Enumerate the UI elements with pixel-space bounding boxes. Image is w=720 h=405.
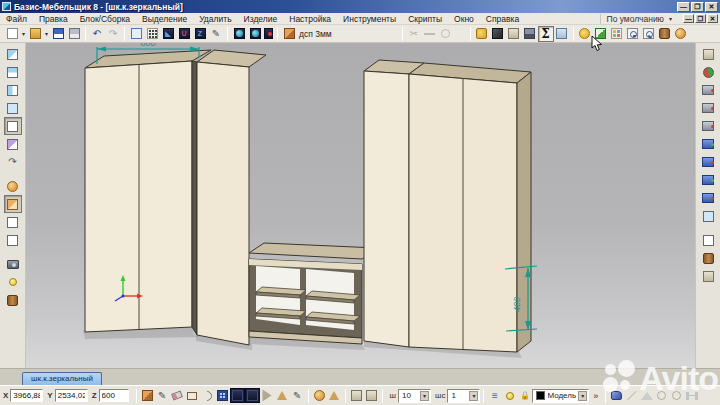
menu-block-assembly[interactable]: Блок/Сборка (74, 14, 136, 24)
layers-button[interactable]: ≡ (487, 388, 502, 403)
panel-tool-front-button[interactable] (4, 45, 22, 63)
wardrobe-right-group[interactable] (364, 60, 531, 352)
pan-view-button[interactable] (247, 26, 263, 42)
group-block-button[interactable] (4, 135, 22, 153)
materials-library-button[interactable] (4, 291, 22, 309)
palette-button[interactable] (609, 26, 625, 42)
eraser-button[interactable] (170, 388, 185, 403)
layer-lock-button[interactable]: 🔒 (517, 388, 532, 403)
minimize-button[interactable]: — (677, 2, 690, 12)
save-all-button[interactable] (66, 26, 82, 42)
mdi-restore-button[interactable]: ❐ (695, 14, 706, 23)
replace-hardware-button[interactable] (699, 63, 717, 81)
panel-tool-side-button[interactable] (4, 81, 22, 99)
redo-button[interactable]: ↷ (105, 26, 121, 42)
menu-delete[interactable]: Удалить (193, 14, 237, 24)
menu-product[interactable]: Изделие (238, 14, 284, 24)
rectangle-button[interactable] (185, 388, 200, 403)
hardware-box-button[interactable] (699, 231, 717, 249)
sphere-button[interactable] (312, 388, 327, 403)
maximize-button[interactable]: ❐ (691, 2, 704, 12)
box-tool-button[interactable] (506, 26, 522, 42)
zoom-button[interactable] (641, 26, 657, 42)
material-button[interactable] (281, 26, 297, 42)
circle-tool-button[interactable] (438, 26, 454, 42)
panel-tool-top-button[interactable] (4, 63, 22, 81)
mdi-close-button[interactable]: ✕ (707, 14, 718, 23)
edit-mode-button[interactable] (593, 26, 609, 42)
new-file-dropdown[interactable]: ▾ (20, 30, 27, 37)
solid-mode-button[interactable] (4, 195, 22, 213)
dashed-line-button[interactable] (422, 26, 438, 42)
minifix-tool-button[interactable] (699, 117, 717, 135)
menu-edit[interactable]: Правка (33, 14, 74, 24)
pan-hand-status-button[interactable] (609, 388, 624, 403)
edit-block-button[interactable] (4, 117, 22, 135)
grid-toggle-button[interactable] (144, 26, 160, 42)
tv-stand[interactable] (249, 243, 377, 344)
overflow-chevron[interactable]: » (593, 391, 598, 401)
fastener-blue-3-button[interactable] (699, 171, 717, 189)
sketch-button[interactable]: ✎ (290, 388, 305, 403)
walkthrough-button[interactable] (554, 26, 570, 42)
hardware-misc-button[interactable] (699, 267, 717, 285)
close-button[interactable]: ✕ (705, 2, 718, 12)
hardware-panel-button[interactable] (699, 45, 717, 63)
sphere-tool-button[interactable] (4, 177, 22, 195)
fastener-blue-5-button[interactable] (699, 207, 717, 225)
texture-button[interactable] (657, 26, 673, 42)
layout-preset-dropdown[interactable]: По умолчанию ▾ (600, 14, 680, 24)
x-coordinate-field[interactable] (10, 389, 43, 402)
panel-tool-any-button[interactable] (4, 99, 22, 117)
cone-tool-button[interactable] (275, 388, 290, 403)
view-point-button[interactable] (263, 26, 274, 42)
snap-mode-button[interactable] (245, 388, 260, 403)
dowel-tool-button[interactable] (699, 99, 717, 117)
open-box-button[interactable] (349, 388, 364, 403)
y-coordinate-field[interactable] (55, 389, 88, 402)
rotate-block-button[interactable]: ↷ (4, 153, 22, 171)
z-coordinate-field[interactable] (99, 389, 129, 402)
line-style-combo[interactable]: 1 ▾ (447, 389, 480, 403)
hardware-material-button[interactable] (699, 249, 717, 267)
cut-tool-button[interactable] (490, 26, 506, 42)
circle2-draw-button[interactable] (669, 388, 684, 403)
plane-tool-button[interactable] (260, 388, 275, 403)
open-file-button[interactable] (27, 26, 43, 42)
menu-help[interactable]: Справка (480, 14, 525, 24)
undo-button[interactable]: ↶ (89, 26, 105, 42)
fastener-blue-1-button[interactable] (699, 135, 717, 153)
pan-hand-button[interactable] (474, 26, 490, 42)
confirmat-tool-button[interactable] (699, 81, 717, 99)
snap-object-button[interactable] (140, 388, 155, 403)
highlight-button[interactable] (577, 26, 593, 42)
layer-visibility-button[interactable] (502, 388, 517, 403)
menu-selection[interactable]: Выделение (136, 14, 193, 24)
mdi-minimize-button[interactable]: — (683, 14, 694, 23)
draw-pencil-button[interactable]: ✎ (155, 388, 170, 403)
menu-window[interactable]: Окно (448, 14, 480, 24)
line-draw-button[interactable] (624, 388, 639, 403)
menu-scripts[interactable]: Скрипты (402, 14, 448, 24)
triangle-draw-button[interactable] (639, 388, 654, 403)
camera-view-button[interactable] (4, 255, 22, 273)
hbar-draw-button[interactable] (684, 388, 699, 403)
new-file-button[interactable] (4, 26, 20, 42)
render-button[interactable] (673, 26, 689, 42)
snap-grid-button[interactable] (215, 388, 230, 403)
tab-active-document[interactable]: шк.к.зеркальный (22, 372, 102, 385)
dimension-tool-button[interactable] (128, 26, 144, 42)
wireframe-mode-button[interactable] (4, 213, 22, 231)
zoom-region-button[interactable] (625, 26, 641, 42)
stamp-tool-button[interactable] (522, 26, 538, 42)
closed-box-button[interactable] (364, 388, 379, 403)
line-width-combo[interactable]: 10 ▾ (398, 389, 431, 403)
pyramid-button[interactable] (327, 388, 342, 403)
model-canvas[interactable]: 800 400 (26, 43, 695, 368)
draw-line-button[interactable]: ✎ (208, 26, 224, 42)
circle-draw-button[interactable] (654, 388, 669, 403)
ortho-mode-button[interactable] (230, 388, 245, 403)
menu-file[interactable]: Файл (0, 14, 33, 24)
lighting-button[interactable] (4, 273, 22, 291)
open-file-dropdown[interactable]: ▾ (43, 30, 50, 37)
